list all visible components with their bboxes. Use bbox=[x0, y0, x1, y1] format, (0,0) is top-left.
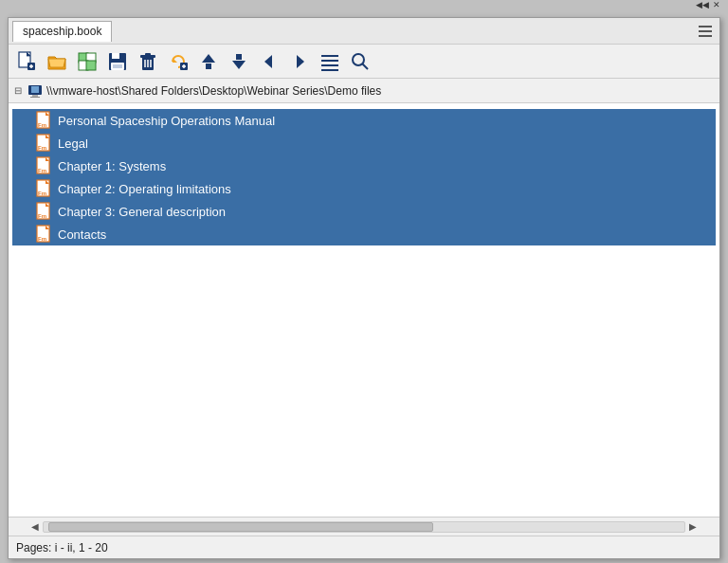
tree-item-5[interactable]: Fm Contacts bbox=[12, 223, 716, 245]
svg-rect-14 bbox=[145, 53, 151, 56]
add-files-button[interactable] bbox=[73, 48, 101, 75]
delete-button[interactable] bbox=[134, 48, 162, 75]
move-down-button[interactable] bbox=[225, 48, 253, 75]
path-text: \\vmware-host\Shared Folders\Desktop\Web… bbox=[46, 84, 381, 98]
status-text: Pages: i - ii, 1 - 20 bbox=[16, 541, 108, 554]
tree-item-label-5: Contacts bbox=[58, 227, 106, 242]
tree-item-label-3: Chapter 2: Operating limitations bbox=[58, 182, 231, 196]
file-icon-4: Fm bbox=[35, 202, 54, 221]
svg-marker-27 bbox=[297, 55, 304, 68]
scrollbar-thumb[interactable] bbox=[48, 522, 433, 532]
svg-rect-9 bbox=[112, 53, 119, 59]
tab-spaceship-book[interactable]: spaceship.book bbox=[12, 21, 112, 42]
svg-marker-22 bbox=[202, 54, 215, 63]
svg-line-33 bbox=[362, 64, 368, 69]
update-button[interactable] bbox=[164, 48, 192, 75]
tree-root: Fm Personal Spaceship Operations Manual … bbox=[9, 107, 719, 247]
tree-item-label-1: Legal bbox=[58, 136, 88, 151]
svg-text:Fm: Fm bbox=[38, 236, 46, 242]
file-icon-0: Fm bbox=[35, 111, 54, 130]
new-file-button[interactable] bbox=[12, 48, 41, 75]
svg-rect-29 bbox=[321, 60, 338, 62]
svg-rect-31 bbox=[321, 69, 338, 71]
tree-item-label-0: Personal Spaceship Operations Manual bbox=[58, 114, 275, 128]
svg-rect-37 bbox=[30, 97, 40, 98]
svg-text:Fm: Fm bbox=[38, 168, 46, 173]
svg-rect-23 bbox=[206, 64, 211, 69]
computer-icon bbox=[27, 83, 43, 99]
tree-item-1[interactable]: Fm Legal bbox=[12, 132, 716, 154]
svg-rect-30 bbox=[321, 64, 338, 66]
file-icon-2: Fm bbox=[35, 156, 54, 175]
collapse-icon[interactable]: ⊟ bbox=[14, 85, 22, 96]
svg-text:Fm: Fm bbox=[38, 213, 46, 219]
hscrollbar: ◀ ▶ bbox=[9, 517, 719, 536]
svg-rect-7 bbox=[86, 61, 96, 70]
tree-item-label-4: Chapter 3: General description bbox=[58, 205, 226, 219]
close-icon[interactable]: ✕ bbox=[713, 0, 720, 9]
file-icon-1: Fm bbox=[35, 134, 54, 153]
prev-button[interactable] bbox=[255, 48, 283, 75]
menu-button[interactable] bbox=[695, 21, 716, 42]
statusbar: Pages: i - ii, 1 - 20 bbox=[9, 536, 719, 558]
scrollbar-track[interactable] bbox=[43, 521, 685, 533]
svg-text:Fm: Fm bbox=[38, 145, 46, 151]
file-icon-3: Fm bbox=[35, 179, 54, 198]
titlebar: spaceship.book bbox=[9, 18, 719, 45]
scroll-right-button[interactable]: ▶ bbox=[685, 519, 701, 535]
scroll-left-button[interactable]: ◀ bbox=[27, 519, 43, 535]
file-icon-5: Fm bbox=[35, 225, 54, 244]
list-view-button[interactable] bbox=[316, 48, 344, 75]
tree-item-3[interactable]: Fm Chapter 2: Operating limitations bbox=[12, 177, 716, 200]
move-up-button[interactable] bbox=[194, 48, 223, 75]
svg-rect-25 bbox=[236, 54, 242, 60]
svg-rect-35 bbox=[31, 86, 39, 93]
save-button[interactable] bbox=[103, 48, 132, 75]
tree-item-0[interactable]: Fm Personal Spaceship Operations Manual bbox=[12, 109, 716, 132]
svg-rect-36 bbox=[32, 95, 38, 97]
tree-item-2[interactable]: Fm Chapter 1: Systems bbox=[12, 154, 716, 177]
open-file-button[interactable] bbox=[43, 48, 71, 75]
toolbar bbox=[9, 45, 719, 79]
svg-rect-28 bbox=[321, 55, 338, 57]
svg-marker-18 bbox=[173, 58, 177, 63]
next-button[interactable] bbox=[285, 48, 314, 75]
search-button[interactable] bbox=[346, 48, 374, 75]
svg-marker-24 bbox=[232, 61, 246, 69]
pathbar: ⊟ \\vmware-host\Shared Folders\Desktop\W… bbox=[9, 79, 719, 103]
svg-marker-26 bbox=[264, 55, 272, 68]
svg-rect-11 bbox=[113, 64, 122, 68]
tree-content: Fm Personal Spaceship Operations Manual … bbox=[9, 103, 719, 517]
svg-text:Fm: Fm bbox=[38, 191, 46, 196]
resize-icon[interactable]: ◀◀ bbox=[696, 0, 709, 9]
tree-item-4[interactable]: Fm Chapter 3: General description bbox=[12, 200, 716, 223]
tree-item-label-2: Chapter 1: Systems bbox=[58, 159, 166, 173]
svg-text:Fm: Fm bbox=[38, 122, 46, 128]
